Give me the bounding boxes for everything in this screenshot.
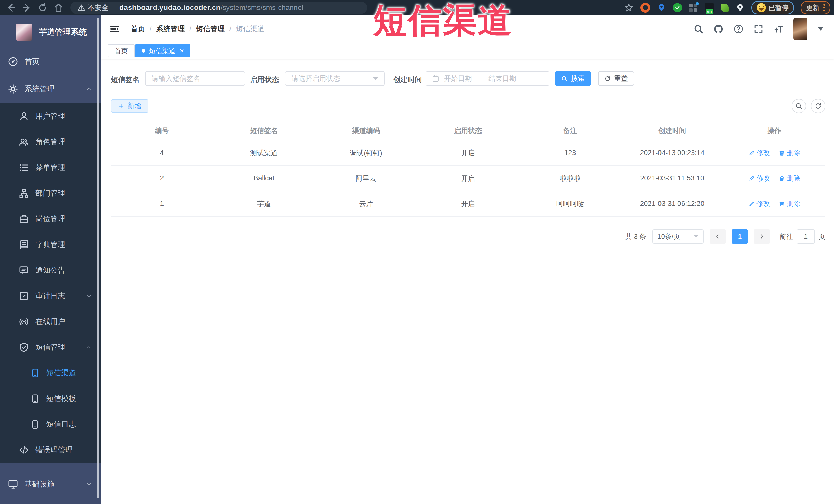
col-id: 编号 — [111, 126, 213, 135]
active-tab-dot — [142, 49, 145, 52]
sidebar-item-sms-log[interactable]: 短信日志 — [0, 412, 101, 437]
system-submenu: 用户管理 角色管理 菜单管理 部门管理 岗位管理 字典管理 通知公告 审计日志 — [0, 104, 101, 463]
user-icon — [19, 111, 29, 122]
search-button[interactable]: 搜索 — [555, 71, 591, 86]
delete-link[interactable]: 删除 — [778, 199, 800, 208]
status-filter-select[interactable]: 请选择启用状态 — [285, 71, 385, 86]
sign-filter-label: 短信签名 — [111, 75, 140, 85]
sidebar-scrollbar[interactable] — [97, 18, 99, 498]
browser-update-button[interactable]: 更新 — [800, 1, 830, 14]
help-icon[interactable] — [733, 24, 744, 34]
extension-grid-icon[interactable] — [689, 3, 698, 12]
tab-sms-channel[interactable]: 短信渠道 × — [135, 44, 191, 57]
sidebar-item-audit-log[interactable]: 审计日志 — [0, 283, 101, 309]
tags-view-bar: 首页 短信渠道 × — [101, 42, 834, 59]
toggle-search-button[interactable] — [792, 99, 806, 113]
phone-icon — [30, 368, 40, 378]
gear-icon — [8, 84, 19, 94]
app-title: 芋道管理系统 — [39, 27, 87, 38]
extension-pin-white-icon[interactable] — [736, 3, 745, 12]
breadcrumb-sms[interactable]: 短信管理 — [196, 24, 225, 34]
sidebar-item-infrastructure[interactable]: 基础设施 — [0, 469, 101, 499]
users-icon — [19, 137, 29, 147]
sign-filter-input[interactable]: 请输入短信签名 — [145, 71, 245, 86]
col-sign: 短信签名 — [213, 126, 315, 135]
app-logo-row[interactable]: 芋道管理系统 — [0, 16, 101, 49]
chevron-right-icon — [759, 234, 765, 239]
date-start-input[interactable]: 开始日期 — [444, 74, 472, 83]
refresh-table-button[interactable] — [811, 99, 825, 113]
security-label[interactable]: 不安全 — [88, 3, 109, 12]
goto-page-input[interactable]: 1 — [796, 229, 815, 244]
trash-icon — [778, 175, 785, 182]
date-range-picker[interactable]: 开始日期 - 结束日期 — [425, 71, 549, 86]
extension-on-badge: on — [706, 9, 713, 14]
browser-forward-icon[interactable] — [22, 3, 32, 13]
add-button[interactable]: 新增 — [111, 99, 148, 113]
current-page-button[interactable]: 1 — [732, 229, 748, 244]
browser-reload-icon[interactable] — [38, 3, 48, 13]
breadcrumb-home[interactable]: 首页 — [131, 24, 145, 34]
sidebar-item-positions[interactable]: 岗位管理 — [0, 206, 101, 232]
emoji-extension-icon — [757, 3, 766, 12]
sidebar-item-sms-channel[interactable]: 短信渠道 — [0, 360, 101, 386]
browser-home-icon[interactable] — [53, 3, 64, 13]
trash-icon — [778, 150, 785, 156]
audit-log-icon — [19, 291, 29, 302]
sidebar-item-error-codes[interactable]: 错误码管理 — [0, 437, 101, 463]
hamburger-icon[interactable] — [109, 24, 120, 34]
github-icon[interactable] — [714, 24, 724, 34]
sidebar-item-system[interactable]: 系统管理 — [0, 74, 101, 104]
bookmark-star-icon[interactable] — [624, 3, 634, 13]
extension-leaf-icon[interactable] — [721, 4, 729, 12]
sidebar-item-sms-template[interactable]: 短信模板 — [0, 386, 101, 412]
not-secure-warning-icon — [78, 4, 85, 12]
sidebar-item-roles[interactable]: 角色管理 — [0, 129, 101, 155]
avatar[interactable] — [793, 18, 807, 40]
browser-back-icon[interactable] — [6, 3, 16, 13]
search-icon[interactable] — [693, 24, 704, 34]
extension-green-check-icon[interactable] — [673, 3, 682, 12]
extension-paused-pill[interactable]: 已暂停 — [751, 1, 794, 14]
calendar-icon — [432, 75, 439, 82]
reset-button[interactable]: 重置 — [598, 71, 634, 86]
chevron-down-icon — [86, 293, 92, 299]
sidebar-item-home[interactable]: 首页 — [0, 49, 101, 74]
prev-page-button[interactable] — [710, 229, 726, 244]
page-size-select[interactable]: 10条/页 — [652, 229, 704, 244]
edit-link[interactable]: 修改 — [748, 199, 770, 208]
extension-orange-ring-icon[interactable] — [640, 3, 650, 13]
date-separator: - — [479, 75, 481, 83]
sidebar-item-users[interactable]: 用户管理 — [0, 104, 101, 129]
sidebar-item-online-users[interactable]: 在线用户 — [0, 309, 101, 334]
book-icon — [19, 239, 29, 250]
extension-dark-on-icon[interactable]: on — [705, 3, 714, 12]
refresh-icon — [814, 103, 822, 110]
sidebar-item-dictionary[interactable]: 字典管理 — [0, 232, 101, 258]
delete-link[interactable]: 删除 — [778, 148, 800, 157]
col-remark: 备注 — [519, 126, 621, 135]
extension-map-pin-icon[interactable] — [657, 3, 666, 12]
sidebar-item-sms[interactable]: 短信管理 — [0, 334, 101, 360]
edit-link[interactable]: 修改 — [748, 148, 770, 157]
edit-icon — [748, 200, 755, 207]
edit-link[interactable]: 修改 — [748, 174, 770, 183]
fullscreen-icon[interactable] — [753, 24, 764, 34]
delete-link[interactable]: 删除 — [778, 174, 800, 183]
table-row: 2 Ballcat 阿里云 开启 啦啦啦 2021-03-31 11:53:10… — [111, 166, 825, 191]
date-end-input[interactable]: 结束日期 — [488, 74, 516, 83]
address-bar[interactable]: 不安全 dashboard.yudao.iocoder.cn/system/sm… — [70, 2, 367, 14]
avatar-caret-down-icon[interactable] — [818, 27, 823, 30]
url-host: dashboard.yudao.iocoder.cn — [119, 4, 220, 12]
sidebar-item-departments[interactable]: 部门管理 — [0, 180, 101, 206]
col-created: 创建时间 — [621, 126, 723, 135]
next-page-button[interactable] — [754, 229, 770, 244]
tab-close-icon[interactable]: × — [180, 47, 184, 54]
breadcrumb-system[interactable]: 系统管理 — [156, 24, 185, 34]
phone-icon — [30, 419, 40, 429]
tab-home[interactable]: 首页 — [108, 44, 134, 57]
browser-menu-icon[interactable] — [824, 4, 825, 11]
sidebar-item-announcements[interactable]: 通知公告 — [0, 258, 101, 283]
font-size-icon[interactable] — [773, 24, 784, 34]
sidebar-item-menus[interactable]: 菜单管理 — [0, 155, 101, 180]
